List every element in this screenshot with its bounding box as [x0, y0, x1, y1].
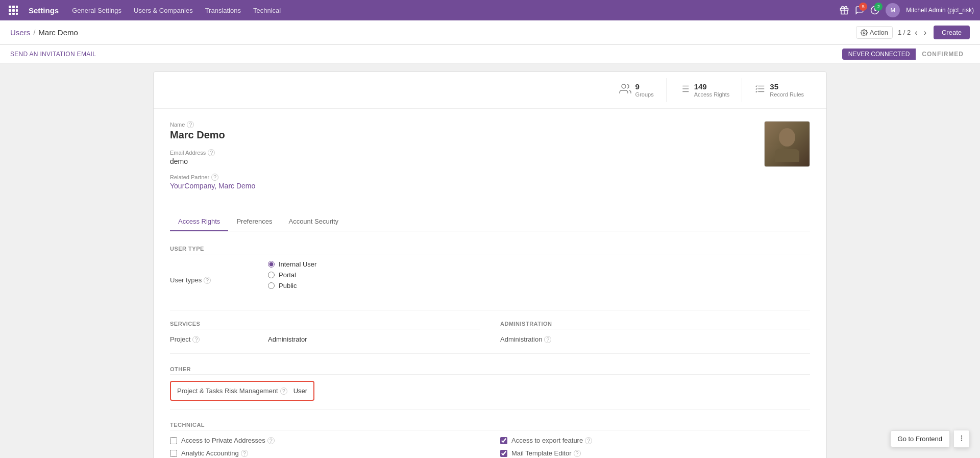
breadcrumb: Users / Marc Demo — [10, 28, 78, 37]
email-help-icon[interactable]: ? — [208, 149, 215, 156]
technical-right-col: Access to export feature ? Mail Template… — [500, 437, 810, 458]
confirmed-status: CONFIRMED — [916, 49, 970, 60]
other-section-header: OTHER — [170, 362, 810, 375]
access-rights-stat[interactable]: 149 Access Rights — [666, 78, 742, 102]
radio-internal-user[interactable]: Internal User — [268, 260, 316, 268]
record-rules-stat[interactable]: 35 Record Rules — [742, 78, 816, 102]
nav-links: General Settings Users & Companies Trans… — [67, 4, 831, 17]
svg-rect-1 — [12, 6, 15, 8]
nav-users-companies[interactable]: Users & Companies — [129, 4, 198, 17]
svg-point-25 — [961, 436, 962, 437]
svg-rect-24 — [775, 149, 799, 162]
chat-icon[interactable]: 5 — [855, 6, 864, 15]
more-options-button[interactable] — [954, 430, 970, 448]
gift-icon[interactable] — [840, 6, 849, 15]
export-feature-checkbox[interactable] — [500, 437, 507, 444]
risk-help-icon[interactable]: ? — [280, 388, 287, 395]
export-feature-row: Access to export feature ? — [500, 437, 810, 444]
action-bar: SEND AN INVITATION EMAIL NEVER CONNECTED… — [0, 45, 980, 63]
administration-field-name: Administration ? — [500, 335, 592, 343]
groups-stat[interactable]: 9 Groups — [607, 78, 666, 102]
svg-rect-4 — [12, 9, 15, 12]
nav-translations[interactable]: Translations — [200, 4, 246, 17]
project-field-value: Administrator — [268, 335, 307, 343]
user-type-area: User types ? Internal User Portal — [170, 260, 810, 304]
page-info: 1 / 2 — [898, 29, 911, 36]
groups-label: Groups — [635, 91, 654, 98]
mail-help-icon[interactable]: ? — [574, 450, 581, 457]
tab-account-security[interactable]: Account Security — [280, 212, 347, 231]
svg-point-12 — [863, 32, 865, 34]
groups-stat-text: 9 Groups — [635, 82, 654, 98]
access-rights-icon — [679, 83, 690, 97]
services-admin-area: SERVICES Project ? Administrator ADMINIS… — [170, 317, 810, 347]
pagination: 1 / 2 ‹ › — [898, 27, 928, 38]
svg-rect-5 — [16, 9, 18, 12]
tabs: Access Rights Preferences Account Securi… — [170, 212, 810, 231]
form-card: 9 Groups 149 Access — [153, 71, 827, 458]
technical-two-col: Access to Private Addresses ? Analytic A… — [170, 437, 810, 458]
access-rights-label: Access Rights — [694, 91, 730, 98]
svg-rect-7 — [12, 13, 15, 15]
form-body: Name ? Marc Demo Email Address ? demo Re… — [154, 109, 826, 212]
partner-help-icon[interactable]: ? — [211, 174, 218, 181]
prev-page-button[interactable]: ‹ — [913, 27, 919, 38]
administration-field-row: Administration ? — [500, 335, 810, 343]
bottom-bar: Go to Frontend — [890, 430, 970, 448]
send-invitation-link[interactable]: SEND AN INVITATION EMAIL — [10, 51, 96, 58]
project-field-name: Project ? — [170, 335, 262, 343]
private-addresses-label: Access to Private Addresses ? — [181, 437, 275, 444]
tab-preferences[interactable]: Preferences — [228, 212, 280, 231]
user-type-radio-group: Internal User Portal Public — [268, 260, 316, 290]
svg-point-13 — [622, 84, 626, 88]
svg-point-27 — [961, 440, 962, 441]
services-section-header: SERVICES — [170, 317, 480, 329]
chat-badge: 5 — [859, 3, 867, 11]
nav-right: 5 2 M Mitchell Admin (pjct_risk) — [840, 3, 974, 17]
user-avatar[interactable]: M — [886, 3, 900, 17]
never-connected-status: NEVER CONNECTED — [842, 49, 916, 60]
private-addresses-row: Access to Private Addresses ? — [170, 437, 480, 444]
mail-template-checkbox[interactable] — [500, 450, 507, 457]
user-photo[interactable] — [764, 121, 810, 167]
user-type-label: User types ? — [170, 276, 262, 284]
activity-badge: 2 — [874, 3, 883, 11]
clock-icon[interactable]: 2 — [870, 6, 879, 15]
radio-public[interactable]: Public — [268, 282, 316, 290]
user-name-nav[interactable]: Mitchell Admin (pjct_risk) — [906, 7, 974, 14]
partner-value[interactable]: YourCompany, Marc Demo — [170, 182, 810, 190]
nav-general-settings[interactable]: General Settings — [67, 4, 127, 17]
breadcrumb-current: Marc Demo — [38, 28, 78, 37]
breadcrumb-separator: / — [33, 28, 35, 37]
radio-portal[interactable]: Portal — [268, 271, 316, 279]
export-help-icon[interactable]: ? — [585, 437, 592, 444]
admin-help-icon[interactable]: ? — [544, 336, 551, 343]
risk-management-field-name: Project & Tasks Risk Management ? — [177, 387, 287, 395]
user-type-help-icon[interactable]: ? — [204, 277, 211, 284]
app-grid-icon[interactable] — [6, 3, 20, 17]
svg-point-23 — [779, 128, 795, 147]
groups-count: 9 — [635, 82, 654, 91]
analytic-accounting-checkbox[interactable] — [170, 450, 177, 457]
project-help-icon[interactable]: ? — [192, 336, 200, 343]
breadcrumb-users[interactable]: Users — [10, 28, 30, 37]
record-rules-stat-text: 35 Record Rules — [770, 82, 804, 98]
name-field-group: Name ? Marc Demo — [170, 121, 810, 141]
svg-rect-0 — [9, 6, 11, 8]
breadcrumb-actions: Action 1 / 2 ‹ › Create — [856, 26, 970, 39]
create-button[interactable]: Create — [934, 26, 970, 39]
private-help-icon[interactable]: ? — [267, 437, 275, 444]
action-button[interactable]: Action — [856, 26, 893, 39]
svg-point-26 — [961, 438, 962, 439]
groups-icon — [619, 83, 631, 98]
nav-technical[interactable]: Technical — [248, 4, 286, 17]
name-label: Name ? — [170, 121, 810, 128]
private-addresses-checkbox[interactable] — [170, 437, 177, 444]
go-frontend-button[interactable]: Go to Frontend — [890, 430, 950, 447]
next-page-button[interactable]: › — [922, 27, 928, 38]
name-help-icon[interactable]: ? — [187, 121, 194, 128]
other-section: OTHER Project & Tasks Risk Management ? … — [170, 362, 810, 401]
administration-col: ADMINISTRATION Administration ? — [500, 317, 810, 347]
analytic-help-icon[interactable]: ? — [241, 450, 248, 457]
tab-access-rights[interactable]: Access Rights — [170, 212, 228, 231]
